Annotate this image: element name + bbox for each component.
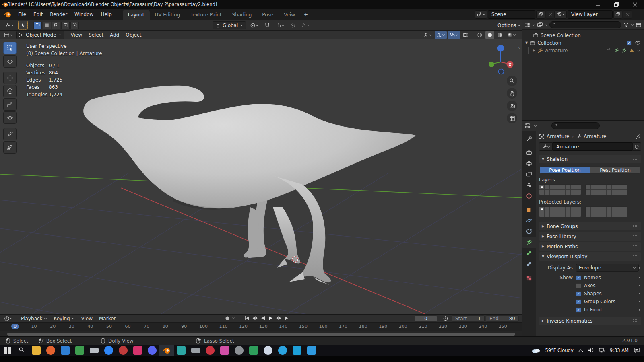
xray-toggle[interactable] bbox=[461, 31, 470, 39]
taskbar-app-pink[interactable] bbox=[130, 345, 145, 356]
animate-property-dot[interactable] bbox=[639, 277, 640, 278]
tab-texture[interactable] bbox=[522, 273, 536, 284]
expand-triangle-icon[interactable]: ▼ bbox=[525, 41, 528, 45]
viewport-menu-view[interactable]: View bbox=[68, 31, 85, 39]
tool-scale[interactable] bbox=[3, 98, 17, 111]
breadcrumb-object[interactable]: Armature bbox=[547, 134, 569, 139]
display-as-dropdown[interactable]: Envelope bbox=[576, 264, 639, 272]
pivot-point-dropdown[interactable] bbox=[248, 21, 260, 29]
current-frame-field[interactable]: 0 bbox=[415, 315, 437, 322]
tool-move[interactable] bbox=[3, 72, 17, 84]
panel-viewport-display[interactable]: ▼Viewport Display bbox=[539, 252, 641, 261]
play-button[interactable] bbox=[267, 315, 275, 321]
tool-measure[interactable] bbox=[3, 141, 17, 154]
shading-solid-button[interactable] bbox=[485, 31, 494, 39]
frame-start-field[interactable]: Start1 bbox=[452, 315, 485, 322]
animate-property-dot[interactable] bbox=[639, 267, 640, 269]
start-button[interactable] bbox=[0, 345, 14, 356]
checkbox-in-front[interactable]: ✓ bbox=[576, 307, 581, 313]
chevron-down-icon[interactable] bbox=[232, 317, 235, 320]
checkbox-axes[interactable]: ✓ bbox=[576, 283, 581, 288]
breadcrumb-data[interactable]: Armature bbox=[584, 134, 606, 139]
tab-veiw[interactable]: Veiw bbox=[279, 10, 300, 20]
chevron-down-icon[interactable] bbox=[631, 23, 634, 27]
timeline-editor-type-dropdown[interactable] bbox=[2, 315, 14, 323]
taskbar-app-sphere[interactable] bbox=[232, 345, 246, 356]
select-mode-tweak[interactable] bbox=[33, 22, 42, 29]
properties-search-input[interactable] bbox=[551, 122, 600, 129]
timeline-ruler[interactable]: 0 10 20 30 40 50 60 70 80 90 100 110 120… bbox=[0, 322, 522, 331]
menu-help[interactable]: Help bbox=[97, 10, 115, 19]
active-tool-dropdown[interactable] bbox=[3, 21, 16, 29]
gizmos-dropdown[interactable] bbox=[435, 31, 447, 39]
taskbar-app-green[interactable] bbox=[72, 345, 87, 356]
tool-annotate[interactable] bbox=[3, 128, 17, 140]
overlays-dropdown[interactable] bbox=[448, 31, 460, 39]
viewport-menu-object[interactable]: Object bbox=[122, 31, 144, 39]
transform-orientation-dropdown[interactable]: Global bbox=[213, 21, 246, 29]
scene-type-icon-button[interactable] bbox=[475, 10, 487, 19]
tab-texture-paint[interactable]: Texture Paint bbox=[185, 10, 227, 20]
armature-layers-grid-1[interactable] bbox=[539, 184, 581, 195]
protected-layers-grid-1[interactable] bbox=[539, 206, 581, 217]
outliner-editor-icon[interactable] bbox=[524, 22, 530, 28]
tool-transform[interactable] bbox=[3, 111, 17, 124]
tab-view-layer[interactable] bbox=[522, 169, 536, 180]
taskbar-search-button[interactable] bbox=[14, 345, 29, 356]
properties-editor-icon[interactable] bbox=[524, 123, 530, 129]
animate-property-dot[interactable] bbox=[639, 301, 640, 302]
panel-bone-groups[interactable]: ▶Bone Groups bbox=[539, 222, 641, 230]
tab-constraints[interactable] bbox=[522, 226, 536, 237]
volume-icon[interactable] bbox=[588, 348, 594, 353]
taskbar-app-teal[interactable] bbox=[174, 345, 188, 356]
timeline-menu-view[interactable]: View bbox=[78, 315, 96, 323]
taskbar-app-file-explorer[interactable] bbox=[29, 345, 43, 356]
new-collection-icon[interactable] bbox=[636, 22, 642, 28]
shading-wireframe-button[interactable] bbox=[475, 31, 484, 39]
taskbar-weather[interactable]: 59°F Cloudy bbox=[545, 348, 573, 353]
taskbar-app-mail[interactable] bbox=[58, 345, 72, 356]
notification-center-icon[interactable] bbox=[634, 348, 640, 353]
tab-render[interactable] bbox=[522, 147, 536, 158]
tray-expand-chevron-icon[interactable] bbox=[578, 349, 583, 352]
tab-bone[interactable] bbox=[522, 248, 536, 259]
gizmo-minus-z-axis[interactable] bbox=[499, 69, 504, 74]
object-visibility-dropdown[interactable] bbox=[421, 31, 433, 39]
taskbar-app-docker[interactable] bbox=[290, 345, 304, 356]
panel-skeleton[interactable]: ▼Skeleton bbox=[539, 155, 641, 163]
minimize-button[interactable] bbox=[588, 0, 607, 9]
armature-name-field[interactable]: Armature bbox=[553, 142, 632, 151]
taskbar-app-blender-active[interactable] bbox=[159, 345, 174, 356]
pin-icon[interactable] bbox=[636, 134, 641, 139]
animate-property-dot[interactable] bbox=[639, 293, 640, 294]
armature-layers-grid-2[interactable] bbox=[585, 184, 627, 195]
tab-shading[interactable]: Shading bbox=[227, 10, 257, 20]
shading-material-button[interactable] bbox=[495, 31, 504, 39]
taskbar-app-browser-orange[interactable] bbox=[43, 345, 58, 356]
tab-layout[interactable]: Layout bbox=[123, 10, 150, 20]
chevron-down-icon[interactable] bbox=[545, 23, 548, 27]
taskbar-app-gray[interactable] bbox=[188, 345, 203, 356]
tab-output[interactable] bbox=[522, 158, 536, 169]
pose-position-button[interactable]: Pose Position bbox=[540, 166, 590, 174]
protected-layers-grid-2[interactable] bbox=[585, 206, 627, 217]
taskbar-app-keyboard[interactable] bbox=[87, 345, 101, 356]
timeline-scrollbar[interactable] bbox=[7, 333, 515, 336]
timeline-menu-playback[interactable]: Playback bbox=[18, 315, 50, 323]
use-preview-range-icon[interactable] bbox=[443, 315, 448, 321]
tool-cursor[interactable] bbox=[3, 55, 17, 68]
tab-world[interactable] bbox=[522, 191, 536, 202]
tool-rotate[interactable] bbox=[3, 85, 17, 97]
outliner-row-armature[interactable]: ▶ Armature bbox=[522, 47, 644, 54]
tweak-tool-button[interactable] bbox=[18, 21, 28, 30]
taskbar-clock[interactable]: 9:33 AM bbox=[610, 348, 629, 353]
checkbox-group-colors[interactable]: ✓ bbox=[576, 299, 581, 304]
region-collapse-arrow[interactable]: ‹ bbox=[518, 45, 520, 50]
menu-window[interactable]: Window bbox=[71, 10, 97, 19]
new-scene-button[interactable] bbox=[536, 10, 545, 19]
menu-render[interactable]: Render bbox=[46, 10, 71, 19]
current-frame-indicator[interactable]: 0 bbox=[11, 324, 19, 329]
outliner-search-input[interactable] bbox=[549, 21, 621, 28]
zoom-button[interactable] bbox=[507, 76, 517, 86]
rest-position-button[interactable]: Rest Position bbox=[590, 166, 640, 174]
